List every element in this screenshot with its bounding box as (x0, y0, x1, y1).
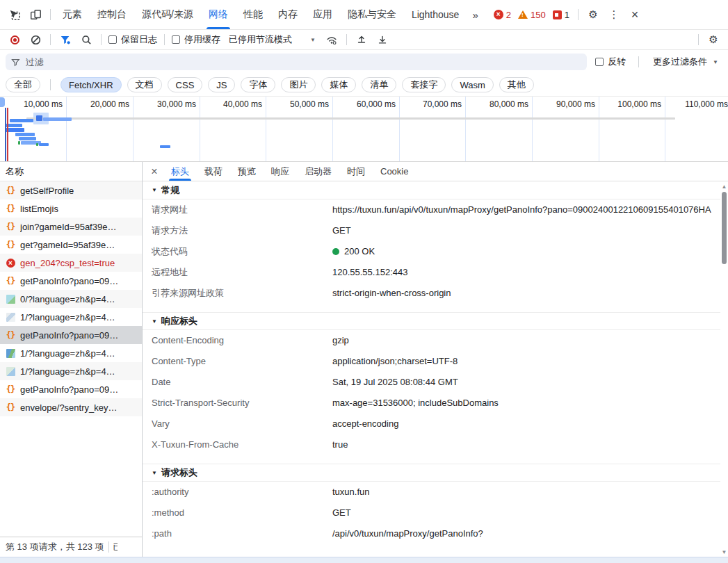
panel-tab[interactable]: 控制台 (90, 0, 134, 29)
image-thumbnail (6, 349, 15, 358)
request-row[interactable]: {}listEmojis (0, 199, 142, 218)
device-toolbar-icon[interactable] (25, 4, 46, 25)
waterfall-bar (36, 115, 42, 121)
details-tab[interactable]: 标头 (163, 162, 197, 181)
window-bottom-strip (0, 557, 728, 563)
network-settings-gear-icon[interactable]: ⚙ (703, 29, 724, 50)
issues-count: 1 (565, 10, 569, 20)
section-header-row[interactable]: ▼请求标头 (143, 464, 720, 482)
request-row[interactable]: ×gen_204?csp_test=true (0, 254, 142, 272)
header-value: 120.55.55.152:443 (332, 266, 720, 279)
header-row: 请求网址https://tuxun.fun/api/v0/tuxun/mapPr… (143, 199, 720, 220)
close-details-icon[interactable]: × (145, 162, 163, 181)
header-name: 请求方法 (152, 224, 332, 237)
header-row: :methodGET (143, 503, 720, 523)
resource-filter-chip[interactable]: 套接字 (402, 77, 446, 92)
resource-filter-chip[interactable]: 字体 (241, 77, 275, 92)
request-row[interactable]: {}getPanoInfo?pano=09… (0, 380, 142, 398)
resource-filter-chip[interactable]: 媒体 (321, 77, 356, 92)
scroll-up-icon[interactable]: ▲ (720, 183, 728, 190)
filter-input-box[interactable] (6, 54, 587, 70)
header-row: Varyaccept-encoding (143, 414, 720, 434)
details-tab[interactable]: 预览 (230, 162, 264, 181)
panel-tab[interactable]: 内存 (270, 0, 305, 29)
panel-tab[interactable]: 源代码/来源 (134, 0, 201, 29)
panel-tab[interactable]: 隐私与安全 (340, 0, 404, 29)
close-devtools-icon[interactable]: × (624, 4, 645, 25)
name-column-header[interactable]: 名称 (0, 162, 142, 181)
filter-input[interactable] (24, 56, 581, 68)
resource-filter-chip[interactable]: Fetch/XHR (60, 77, 122, 92)
details-tab[interactable]: 时间 (339, 162, 373, 181)
details-scrollbar[interactable]: ▲ ▼ (720, 182, 728, 557)
resource-filter-chip[interactable]: 图片 (281, 77, 316, 92)
throttling-dropdown[interactable]: 已停用节流模式 ▼ (223, 33, 321, 46)
panel-tab[interactable]: Lighthouse (404, 0, 467, 29)
clear-network-log-icon[interactable] (25, 29, 46, 50)
resource-filter-chip[interactable]: JS (208, 77, 235, 92)
header-value: gzip (332, 334, 720, 347)
invert-filter-checkbox[interactable]: 反转 (592, 56, 629, 68)
waterfall-bar (36, 143, 38, 146)
details-tab[interactable]: 响应 (264, 162, 297, 181)
resource-filter-chip[interactable]: CSS (168, 77, 203, 92)
warning-badge[interactable]: 150 (518, 10, 546, 20)
inspect-element-icon[interactable] (4, 4, 25, 25)
header-row: :path/api/v0/tuxun/mapProxy/getPanoInfo? (143, 523, 720, 544)
section-header-row[interactable]: ▼常规 (143, 181, 720, 199)
resource-filter-chip[interactable]: 清单 (362, 77, 396, 92)
resource-filter-chip[interactable]: 其他 (499, 77, 534, 92)
details-tab[interactable]: Cookie (373, 162, 416, 181)
scrollbar-thumb[interactable] (722, 192, 727, 264)
request-name: 1/?language=zh&p=4… (20, 348, 115, 359)
panel-tab[interactable]: 网络 (201, 0, 236, 29)
request-row[interactable]: 0/?language=zh&p=4… (0, 290, 142, 308)
request-name: join?gameId=95af39e… (20, 222, 116, 232)
section-header-row[interactable]: ▼响应标头 (143, 312, 720, 330)
waterfall-bar (6, 128, 24, 132)
disable-cache-checkbox[interactable]: 停用缓存 (169, 33, 223, 46)
import-har-icon[interactable] (351, 29, 372, 50)
issues-badge[interactable]: 1 (553, 10, 569, 20)
request-row[interactable]: {}envelope/?sentry_key… (0, 398, 142, 416)
scroll-down-icon[interactable]: ▼ (720, 549, 728, 555)
request-row[interactable]: 1/?language=zh&p=4… (0, 362, 142, 380)
panel-tab[interactable]: 性能 (236, 0, 270, 29)
header-value: accept-encoding (332, 417, 720, 430)
resource-filter-chip[interactable]: 文档 (127, 77, 162, 92)
panel-tab[interactable]: 应用 (305, 0, 340, 29)
request-name: getPanoInfo?pano=09… (20, 384, 118, 395)
error-badge[interactable]: × 2 (494, 10, 511, 20)
search-icon[interactable] (76, 29, 97, 50)
timeline-left-handle[interactable] (0, 97, 5, 107)
request-row[interactable]: 1/?language=zh&p=4… (0, 308, 142, 326)
json-icon: {} (6, 276, 15, 286)
kebab-menu-icon[interactable]: ⋮ (604, 4, 624, 25)
request-row[interactable]: {}getPanoInfo?pano=09… (0, 326, 142, 344)
preserve-log-checkbox[interactable]: 保留日志 (106, 33, 160, 46)
request-row[interactable]: {}getPanoInfo?pano=09… (0, 272, 142, 290)
header-value: Sat, 19 Jul 2025 08:08:44 GMT (332, 375, 720, 389)
header-row: 请求方法GET (143, 220, 720, 241)
settings-gear-icon[interactable]: ⚙ (583, 4, 604, 25)
chevron-down-icon: ▼ (310, 37, 316, 43)
more-filters-dropdown[interactable]: 更多过滤条件 ▼ (649, 56, 722, 68)
waterfall-bar (15, 133, 35, 136)
panel-tab[interactable]: 元素 (55, 0, 90, 29)
resource-filter-chip[interactable]: Wasm (451, 77, 493, 92)
details-tabbar: × 标头载荷预览响应启动器时间Cookie (143, 162, 728, 181)
network-overview-timeline[interactable]: 10,000 ms20,000 ms30,000 ms40,000 ms50,0… (0, 97, 728, 162)
divider (50, 79, 51, 90)
filter-funnel-icon[interactable] (55, 29, 76, 50)
network-conditions-icon[interactable] (321, 29, 342, 50)
more-panels-icon[interactable]: » (467, 9, 483, 21)
request-row[interactable]: {}get?gameId=95af39e… (0, 236, 142, 254)
request-row[interactable]: 1/?language=zh&p=4… (0, 344, 142, 362)
export-har-icon[interactable] (372, 29, 393, 50)
resource-filter-chip[interactable]: 全部 (6, 77, 40, 92)
request-row[interactable]: {}getSelfProfile (0, 181, 142, 199)
details-tab[interactable]: 载荷 (197, 162, 230, 181)
details-tab[interactable]: 启动器 (297, 162, 339, 181)
record-network-log-icon[interactable] (4, 29, 25, 50)
request-row[interactable]: {}join?gameId=95af39e… (0, 218, 142, 236)
